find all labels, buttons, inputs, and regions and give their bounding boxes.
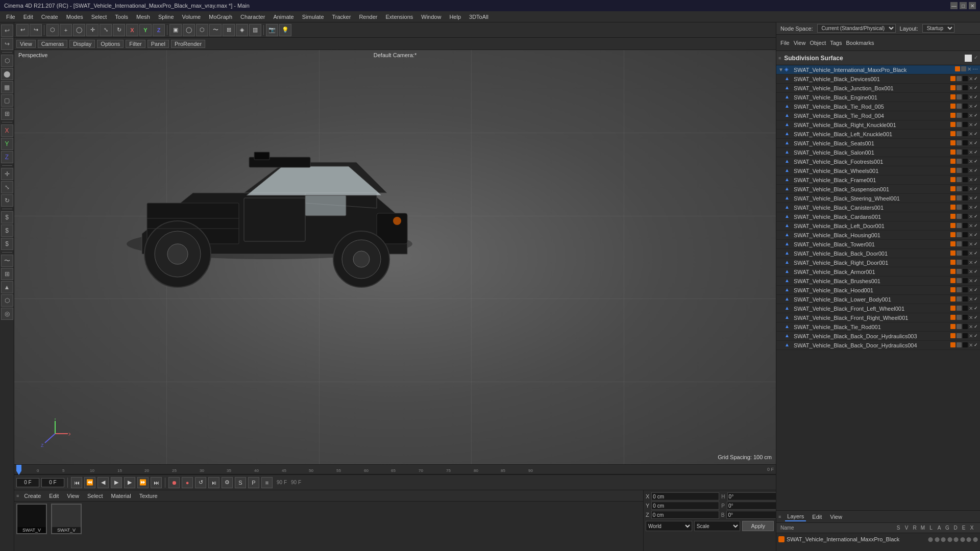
- obj-item-front-left-wheel[interactable]: ▲ SWAT_Vehicle_Black_Front_Left_Wheel001…: [776, 304, 980, 313]
- layers-tab-view[interactable]: View: [828, 513, 844, 521]
- tool-rotate[interactable]: ↻: [1, 194, 13, 207]
- current-frame-input[interactable]: [16, 478, 39, 487]
- obj-item-7[interactable]: ▲ SWAT_Vehicle_Black_Seats001 ✕ ✓: [776, 139, 980, 148]
- obj-item-21[interactable]: ▲ SWAT_Vehicle_Black_Armor001 ✕ ✓: [776, 267, 980, 277]
- toolbar-circle[interactable]: ◯: [73, 24, 85, 36]
- obj-item-1[interactable]: ▲ SWAT_Vehicle_Black_Junction_Box001 ✕ ✓: [776, 84, 980, 93]
- maximize-button[interactable]: □: [960, 2, 967, 9]
- toolbar-rotate-btn[interactable]: ↻: [113, 24, 125, 36]
- sub-cameras[interactable]: Cameras: [38, 40, 68, 48]
- coord-y-pos[interactable]: [651, 502, 719, 510]
- transform-mode-dropdown[interactable]: Scale Move Rotate: [694, 521, 741, 531]
- menu-window[interactable]: Window: [417, 13, 445, 21]
- obj-item-18[interactable]: ▲ SWAT_Vehicle_Black_Tower001 ✕ ✓: [776, 240, 980, 249]
- tool-y[interactable]: Y: [1, 138, 13, 150]
- mat-edit[interactable]: Edit: [46, 492, 62, 499]
- close-button[interactable]: ✕: [969, 2, 976, 9]
- obj-item-24[interactable]: ▲ SWAT_Vehicle_Black_Lower_Body001 ✕ ✓: [776, 295, 980, 304]
- right-tab-object[interactable]: Object: [810, 40, 826, 46]
- sub-options[interactable]: Options: [97, 40, 124, 48]
- menu-render[interactable]: Render: [355, 13, 381, 21]
- tool-scale[interactable]: ⤡: [1, 181, 13, 193]
- layers-tab-edit[interactable]: Edit: [810, 513, 824, 521]
- menu-select[interactable]: Select: [87, 13, 111, 21]
- obj-dot-orange[interactable]: [955, 66, 960, 71]
- toolbar-subdivide[interactable]: ⊞: [223, 24, 235, 36]
- btn-s3[interactable]: ≡: [261, 477, 273, 488]
- btn-record[interactable]: ⏺: [168, 477, 180, 488]
- toolbar-scale-btn[interactable]: ⤡: [100, 24, 112, 36]
- menu-spline[interactable]: Spline: [154, 13, 178, 21]
- tool-sculpt[interactable]: ◎: [1, 308, 13, 320]
- coord-x-pos[interactable]: [651, 492, 719, 500]
- obj-item-19[interactable]: ▲ SWAT_Vehicle_Black_Back_Door001 ✕ ✓: [776, 249, 980, 258]
- layers-tab-layers[interactable]: Layers: [785, 512, 806, 521]
- material-swatch-1[interactable]: SWAT_V: [16, 504, 47, 534]
- mat-create[interactable]: Create: [21, 492, 44, 499]
- obj-item-3[interactable]: ▲ SWAT_Vehicle_Black_Tie_Rod_005 ✕ ✓: [776, 102, 980, 111]
- menu-extensions[interactable]: Extensions: [381, 13, 417, 21]
- btn-next-key[interactable]: ⏩: [137, 477, 149, 488]
- obj-item-hydraulics003[interactable]: ▲ SWAT_Vehicle_Black_Back_Door_Hydraulic…: [776, 332, 980, 341]
- sub-prorender[interactable]: ProRender: [171, 40, 205, 48]
- node-space-dropdown[interactable]: Current (Standard/Physical): [817, 24, 896, 33]
- menu-3dtoall[interactable]: 3DToAll: [465, 13, 493, 21]
- dot2-0[interactable]: [957, 76, 962, 81]
- tool-undo[interactable]: ↩: [1, 24, 13, 37]
- obj-item-13[interactable]: ▲ SWAT_Vehicle_Black_Steering_Wheel001 ✕…: [776, 194, 980, 203]
- btn-goto-start[interactable]: ⏮: [71, 477, 82, 488]
- menu-tracker[interactable]: Tracker: [328, 13, 355, 21]
- obj-item-5[interactable]: ▲ SWAT_Vehicle_Black_Right_Knuckle001 ✕ …: [776, 120, 980, 130]
- toolbar-sphere[interactable]: ◯: [183, 24, 195, 36]
- menu-character[interactable]: Character: [236, 13, 269, 21]
- obj-item-4[interactable]: ▲ SWAT_Vehicle_Black_Tie_Rod_004 ✕ ✓: [776, 111, 980, 120]
- toolbar-light[interactable]: 💡: [279, 24, 291, 36]
- obj-x[interactable]: ✕: [967, 66, 971, 73]
- tool-redo[interactable]: ↪: [1, 38, 13, 50]
- right-tab-view[interactable]: View: [794, 40, 806, 46]
- layer-row-main[interactable]: SWAT_Vehicle_International_MaxxPro_Black…: [778, 534, 978, 544]
- btn-s1[interactable]: S: [235, 477, 246, 488]
- toolbar-camera-btn[interactable]: 📷: [266, 24, 278, 36]
- menu-modes[interactable]: Modes: [62, 13, 87, 21]
- right-tab-bookmarks[interactable]: Bookmarks: [846, 40, 874, 46]
- obj-item-15[interactable]: ▲ SWAT_Vehicle_Black_Cardans001 ✕ ✓: [776, 212, 980, 221]
- obj-item-hydraulics004[interactable]: ▲ SWAT_Vehicle_Black_Back_Door_Hydraulic…: [776, 341, 980, 350]
- btn-s2[interactable]: P: [248, 477, 259, 488]
- btn-prev-frame[interactable]: ◀: [97, 477, 109, 488]
- mat-material[interactable]: Material: [108, 492, 134, 499]
- obj-item-17[interactable]: ▲ SWAT_Vehicle_Black_Housing001 ✕ ✓: [776, 231, 980, 240]
- btn-settings[interactable]: ⚙: [222, 477, 233, 488]
- coord-system-dropdown[interactable]: World Local Object: [646, 521, 692, 531]
- tool-terrain[interactable]: ▲: [1, 281, 13, 293]
- menu-mesh[interactable]: Mesh: [132, 13, 154, 21]
- btn-preview[interactable]: ⏯: [208, 477, 219, 488]
- mat-select[interactable]: Select: [84, 492, 106, 499]
- menu-help[interactable]: Help: [445, 13, 465, 21]
- menu-simulate[interactable]: Simulate: [298, 13, 328, 21]
- right-tab-file[interactable]: File: [780, 40, 790, 46]
- menu-mograph[interactable]: MoGraph: [205, 13, 236, 21]
- obj-item-9[interactable]: ▲ SWAT_Vehicle_Black_Footrests001 ✕ ✓: [776, 157, 980, 166]
- tool-s3[interactable]: $: [1, 238, 13, 250]
- mat-view[interactable]: View: [64, 492, 82, 499]
- btn-loop[interactable]: ↺: [195, 477, 206, 488]
- right-tab-tags[interactable]: Tags: [830, 40, 842, 46]
- toolbar-material[interactable]: ▥: [249, 24, 261, 36]
- tool-object[interactable]: ⬡: [1, 55, 13, 67]
- material-swatch-2[interactable]: SWAT_V: [51, 504, 82, 534]
- obj-item-2[interactable]: ▲ SWAT_Vehicle_Black_Engine001 ✕ ✓: [776, 93, 980, 102]
- toolbar-cylinder[interactable]: ⬡: [196, 24, 208, 36]
- layout-dropdown[interactable]: Startup: [922, 24, 954, 33]
- btn-prev-key[interactable]: ⏪: [84, 477, 95, 488]
- toolbar-deform[interactable]: ◈: [236, 24, 248, 36]
- btn-goto-end[interactable]: ⏭: [151, 477, 162, 488]
- toolbar-add[interactable]: +: [60, 24, 72, 36]
- toolbar-undo[interactable]: ↩: [16, 24, 29, 36]
- viewport[interactable]: X Y Z Perspective Default Camera:* Grid …: [14, 50, 776, 464]
- tool-s2[interactable]: $: [1, 224, 13, 237]
- obj-dot-grey[interactable]: [961, 66, 966, 71]
- toolbar-x-axis[interactable]: X: [126, 24, 138, 36]
- menu-create[interactable]: Create: [37, 13, 62, 21]
- btn-play[interactable]: ▶: [111, 477, 122, 488]
